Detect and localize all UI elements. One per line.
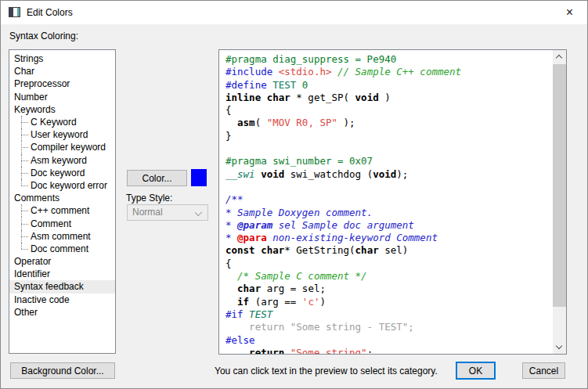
list-item-char[interactable]: Char [9,65,115,77]
list-item-doc-keyword[interactable]: Doc keyword [9,167,115,179]
code-token-comment[interactable]: // Sample C++ comment [337,66,461,77]
code-token-preprocessor[interactable]: #else [225,334,255,346]
code-token-keyword[interactable]: void [355,92,379,103]
list-item-keywords[interactable]: Keywords [9,103,115,116]
code-token-keyword[interactable]: char [267,92,290,103]
code-token-pragma[interactable]: #pragma swi_number = 0x07 [225,155,373,167]
code-line[interactable]: { [225,104,553,117]
code-token-plain[interactable] [225,117,237,128]
code-line[interactable]: asm( "MOV R0, SP" ); [225,117,553,129]
list-item-comment[interactable]: Comment [9,217,115,229]
code-token-string[interactable]: "MOV R0, SP" [267,117,337,128]
code-token-keyword[interactable]: return [249,347,284,355]
code-line[interactable] [225,181,553,193]
code-line[interactable]: #pragma swi_number = 0x07 [225,155,553,167]
code-token-plain[interactable]: ); [337,117,355,128]
code-line[interactable]: * @para non-existing-keyword Comment [225,232,553,244]
list-item-preprocessor[interactable]: Preprocessor [9,77,115,90]
code-token-doc[interactable]: * [225,232,237,243]
code-token-inactive[interactable]: return "Some string - TEST"; [225,321,414,333]
list-item-doc-keyword-error[interactable]: Doc keyword error [9,179,115,192]
code-line[interactable]: #include <stdio.h> // Sample C++ comment [225,66,553,78]
close-icon[interactable]: × [552,1,587,23]
code-token-plain[interactable]: ; [367,347,373,355]
list-item-asm-comment[interactable]: Asm comment [9,230,115,243]
code-token-plain[interactable]: } [225,130,232,142]
code-line[interactable] [225,142,553,155]
code-token-preprocessor[interactable]: #include [225,66,279,77]
code-token-macroi[interactable]: TEST [249,308,272,320]
code-token-keyword[interactable]: asm [237,117,255,128]
code-token-keyword[interactable]: inline [225,92,261,103]
list-item-inactive-code[interactable]: Inactive code [9,294,115,306]
list-item-number[interactable]: Number [9,91,115,103]
code-line[interactable]: inline char * get_SP( void ) [225,92,553,104]
code-line[interactable]: const char* GetString(char sel) [225,244,553,257]
code-token-plain[interactable] [225,296,237,308]
vertical-scrollbar[interactable] [553,50,566,354]
list-item-compiler-keyword[interactable]: Compiler keyword [9,141,115,153]
code-token-plain[interactable] [296,79,302,91]
code-token-macroi[interactable]: __swi [225,168,255,180]
list-item-doc-comment[interactable]: Doc comment [9,243,115,255]
code-token-doc[interactable]: non-existing-keyword Comment [267,232,438,243]
code-token-doc[interactable]: * [225,219,237,231]
list-item-c-comment[interactable]: C++ comment [9,204,115,217]
code-line[interactable]: __swi void swi_watchdog (void); [225,168,553,181]
background-color-button[interactable]: Background Color... [10,362,115,379]
color-button[interactable]: Color... [127,170,187,186]
list-item-identifier[interactable]: Identifier [9,268,115,280]
code-line[interactable]: * @param sel Sample doc argument [225,219,553,232]
code-token-pragma[interactable]: 0 [302,79,308,91]
code-token-plain[interactable]: { [225,258,232,269]
list-item-c-keyword[interactable]: C Keyword [9,116,115,128]
code-line[interactable]: { [225,258,553,270]
code-token-preprocessor[interactable]: #if [225,308,243,320]
code-token-plain[interactable] [261,92,267,103]
code-line[interactable]: #define TEST 0 [225,79,553,92]
list-item-comments[interactable]: Comments [9,192,115,204]
code-token-pragma[interactable]: #pragma diag_suppress = Pe940 [225,53,396,65]
code-line[interactable]: return "Some string - TEST"; [225,321,553,333]
code-line[interactable]: * Sample Doxygen comment. [225,207,553,219]
code-token-plain[interactable] [331,66,337,77]
code-preview-pane[interactable]: #pragma diag_suppress = Pe940#include <s… [218,49,567,355]
type-style-dropdown[interactable]: Normal [127,204,208,221]
code-token-plain[interactable]: ); [396,168,408,180]
code-token-doc[interactable]: sel Sample doc argument [272,219,414,231]
code-line[interactable]: #if TEST [225,308,553,321]
ok-button[interactable]: OK [456,362,496,380]
code-token-keyword[interactable]: const [225,244,255,256]
code-token-plain[interactable] [225,270,237,282]
code-token-string[interactable]: <stdio.h> [279,66,332,77]
list-item-operator[interactable]: Operator [9,255,115,268]
code-line[interactable]: char arg = sel; [225,283,553,295]
list-item-strings[interactable]: Strings [9,52,115,65]
code-token-plain[interactable]: * get_SP( [290,92,355,103]
list-item-syntax-feedback[interactable]: Syntax feedback [9,280,115,293]
code-token-keyword[interactable]: void [373,168,396,180]
list-item-asm-keyword[interactable]: Asm keyword [9,154,115,167]
code-token-docerr[interactable]: @para [237,232,267,243]
code-line[interactable]: /* Sample C comment */ [225,270,553,283]
code-token-plain[interactable]: ( [255,117,267,128]
code-token-plain[interactable] [225,283,237,294]
code-token-plain[interactable] [284,347,290,355]
code-token-macro[interactable]: TEST [272,79,296,91]
code-token-doc[interactable]: * Sample Doxygen comment. [225,207,373,218]
code-token-keyword[interactable]: char [237,283,261,294]
code-token-preprocessor[interactable]: #define [225,79,272,91]
code-line[interactable]: #else [225,334,553,347]
code-line[interactable]: return "Some string"; [225,347,553,355]
list-item-other[interactable]: Other [9,306,115,319]
code-token-string[interactable]: "Some string" [290,347,367,355]
code-line[interactable]: #pragma diag_suppress = Pe940 [225,53,553,66]
code-token-keyword[interactable]: void [261,168,284,180]
code-token-doc[interactable]: /** [225,193,243,205]
code-token-keyword[interactable]: char [355,244,379,256]
code-token-plain[interactable]: ) [379,92,391,103]
code-token-keyword[interactable]: if [237,296,249,308]
code-line[interactable]: } [225,130,553,142]
cancel-button[interactable]: Cancel [522,362,565,379]
code-token-comment[interactable]: /* Sample C comment */ [237,270,367,282]
